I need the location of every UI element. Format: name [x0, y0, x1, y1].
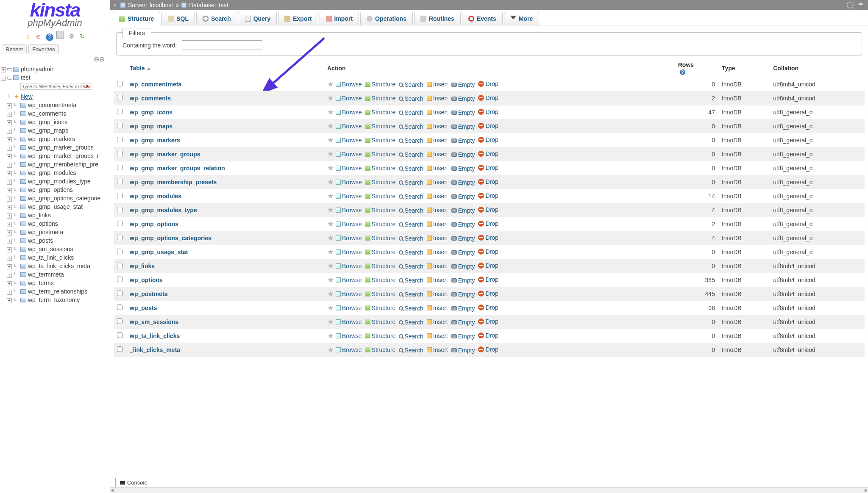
tree-table[interactable]: wp_gmp_marker_groups: [28, 144, 94, 151]
insert-link[interactable]: Insert: [427, 291, 448, 297]
table-link[interactable]: wp_gmp_options: [130, 221, 178, 227]
col-rows[interactable]: Rows: [678, 61, 694, 68]
tree-table[interactable]: wp_terms: [28, 280, 54, 286]
drop-link[interactable]: Drop: [478, 108, 498, 115]
insert-link[interactable]: Insert: [427, 346, 448, 353]
empty-link[interactable]: Empty: [451, 347, 475, 354]
collapse-top-icon[interactable]: [858, 2, 864, 5]
expand-icon[interactable]: +: [7, 230, 12, 235]
tree-table[interactable]: wp_options: [28, 220, 58, 227]
sort-asc-icon[interactable]: [147, 67, 151, 70]
row-checkbox[interactable]: [117, 165, 122, 170]
insert-link[interactable]: Insert: [427, 263, 448, 269]
tab-query[interactable]: Query: [239, 12, 277, 25]
browse-link[interactable]: Browse: [336, 346, 362, 353]
page-settings-icon[interactable]: [847, 2, 854, 8]
tab-routines[interactable]: Routines: [414, 12, 461, 25]
favorite-icon[interactable]: ★: [327, 108, 334, 116]
tree-table[interactable]: wp_postmeta: [28, 229, 63, 235]
drop-link[interactable]: Drop: [478, 80, 498, 87]
favorite-icon[interactable]: ★: [327, 346, 334, 354]
search-link[interactable]: Search: [399, 165, 423, 172]
row-checkbox[interactable]: [117, 249, 122, 254]
server-link[interactable]: localhost: [150, 2, 173, 8]
insert-link[interactable]: Insert: [427, 95, 448, 102]
tree-table[interactable]: wp_gmp_marker_groups_r: [28, 152, 99, 159]
drop-link[interactable]: Drop: [478, 178, 498, 185]
empty-link[interactable]: Empty: [451, 319, 475, 326]
row-checkbox[interactable]: [117, 95, 122, 100]
favorite-icon[interactable]: ★: [327, 234, 334, 242]
insert-link[interactable]: Insert: [427, 123, 448, 130]
expand-icon[interactable]: +: [7, 197, 12, 202]
empty-link[interactable]: Empty: [451, 193, 475, 200]
row-checkbox[interactable]: [117, 81, 122, 86]
tree-table[interactable]: wp_gmp_membership_pre: [28, 161, 98, 168]
expand-icon[interactable]: +: [7, 256, 12, 261]
drop-link[interactable]: Drop: [478, 346, 498, 353]
favorite-icon[interactable]: ★: [327, 164, 334, 172]
structure-link[interactable]: Structure: [365, 277, 396, 283]
database-link[interactable]: test: [219, 2, 228, 8]
browse-link[interactable]: Browse: [336, 263, 362, 269]
expand-icon[interactable]: +: [7, 146, 12, 151]
favorite-icon[interactable]: ★: [327, 304, 334, 312]
table-link[interactable]: wp_gmp_membership_presets: [130, 179, 217, 186]
structure-link[interactable]: Structure: [365, 81, 396, 88]
insert-link[interactable]: Insert: [427, 221, 448, 227]
favorite-icon[interactable]: ★: [327, 276, 334, 284]
tree-table[interactable]: wp_gmp_icons: [28, 119, 67, 125]
empty-link[interactable]: Empty: [451, 263, 475, 270]
tree-table[interactable]: wp_comments: [28, 110, 66, 117]
infinity-icon[interactable]: ⊖⊖: [0, 55, 110, 63]
col-table[interactable]: Table: [130, 65, 145, 72]
favorite-icon[interactable]: ★: [327, 136, 334, 144]
row-checkbox[interactable]: [117, 207, 122, 212]
expand-icon[interactable]: +: [7, 264, 12, 269]
empty-link[interactable]: Empty: [451, 249, 475, 256]
console-tab[interactable]: Console: [115, 478, 152, 487]
row-checkbox[interactable]: [117, 332, 122, 338]
tab-sql[interactable]: SQL: [161, 12, 195, 25]
insert-link[interactable]: Insert: [427, 151, 448, 158]
expand-icon[interactable]: +: [7, 163, 12, 168]
row-checkbox[interactable]: [117, 193, 122, 198]
favorite-icon[interactable]: ★: [327, 94, 334, 102]
empty-link[interactable]: Empty: [451, 291, 475, 298]
expand-icon[interactable]: +: [7, 239, 12, 244]
rows-help-icon[interactable]: ?: [680, 69, 685, 75]
favorite-icon[interactable]: ★: [327, 122, 334, 130]
nav-collapse-icon[interactable]: [114, 3, 118, 7]
favorite-icon[interactable]: ★: [327, 318, 334, 326]
clear-filter-icon[interactable]: X: [86, 84, 89, 89]
empty-link[interactable]: Empty: [451, 179, 475, 186]
drop-link[interactable]: Drop: [478, 122, 498, 129]
structure-link[interactable]: Structure: [365, 179, 396, 186]
tree-table[interactable]: wp_ta_link_clicks_meta: [28, 263, 90, 269]
expand-icon[interactable]: +: [7, 205, 12, 210]
drop-link[interactable]: Drop: [478, 290, 498, 297]
favorite-icon[interactable]: ★: [327, 332, 334, 340]
table-link[interactable]: wp_links: [130, 263, 155, 269]
favorite-icon[interactable]: ★: [327, 248, 334, 256]
search-link[interactable]: Search: [399, 109, 423, 116]
tab-export[interactable]: Export: [278, 12, 318, 25]
row-checkbox[interactable]: [117, 179, 122, 184]
home-icon[interactable]: ⌂: [24, 33, 31, 40]
search-link[interactable]: Search: [399, 221, 423, 228]
favorite-icon[interactable]: ★: [327, 290, 334, 298]
tree-table[interactable]: wp_commentmeta: [28, 102, 76, 108]
table-link[interactable]: _link_clicks_meta: [130, 346, 180, 353]
browse-link[interactable]: Browse: [336, 165, 362, 172]
expand-icon[interactable]: +: [7, 171, 12, 176]
expand-icon[interactable]: +: [7, 213, 12, 219]
empty-link[interactable]: Empty: [451, 305, 475, 312]
search-link[interactable]: Search: [399, 95, 423, 102]
drop-link[interactable]: Drop: [478, 276, 498, 283]
expand-icon[interactable]: +: [7, 188, 12, 193]
col-collation[interactable]: Collation: [770, 59, 865, 78]
tab-events[interactable]: Events: [462, 12, 503, 25]
search-link[interactable]: Search: [399, 333, 423, 340]
row-checkbox[interactable]: [117, 137, 122, 142]
search-link[interactable]: Search: [399, 151, 423, 158]
